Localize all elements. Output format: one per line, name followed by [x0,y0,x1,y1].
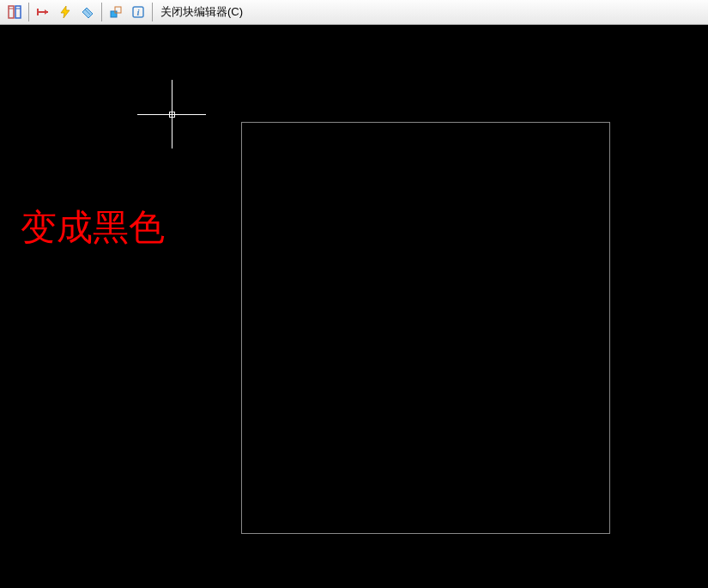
svg-rect-8 [111,11,117,17]
info-button[interactable]: i [128,2,148,22]
svg-rect-1 [15,6,21,18]
svg-rect-0 [9,6,14,18]
toolbar: i 关闭块编辑器(C) [0,0,708,25]
action-button[interactable] [55,2,76,22]
toolbar-separator [152,3,153,21]
annotation-text: 变成黑色 [21,203,165,252]
svg-text:i: i [136,7,140,17]
linear-parameter-button[interactable] [33,2,53,22]
block-boundary-rectangle [241,122,610,534]
visibility-button[interactable] [106,2,126,22]
drawing-canvas[interactable]: 变成黑色 [0,25,708,588]
toolbar-separator [28,3,29,21]
attribute-button[interactable] [77,2,98,22]
svg-marker-5 [45,9,48,15]
parameter-icon-button[interactable] [4,2,25,22]
toolbar-separator [101,3,102,21]
close-block-editor-button[interactable]: 关闭块编辑器(C) [155,4,248,20]
